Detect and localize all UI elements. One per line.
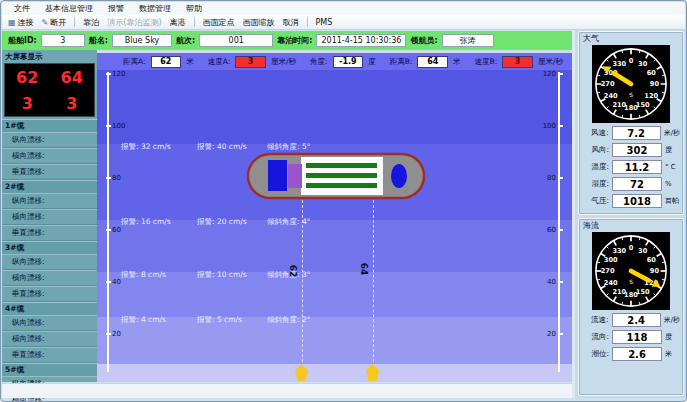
- pressure-label: 气压:: [582, 196, 609, 206]
- big-display-title: 大屏幕显示: [2, 50, 97, 62]
- display-speed-b: 3: [50, 94, 95, 113]
- current-speed-unit: 米/秒: [664, 315, 680, 325]
- distance-a-unit: 米: [186, 57, 194, 67]
- svg-text:30: 30: [638, 60, 648, 68]
- temperature-row: 温度: 11.2 ° C: [582, 160, 680, 174]
- deck-stripe: [306, 183, 377, 188]
- current-speed-value: 2.4: [612, 313, 661, 327]
- current-direction-label: 流向:: [582, 332, 609, 342]
- toolbar-fixpoint-button[interactable]: 画面定点: [203, 17, 235, 28]
- toolbar-connect-label: 连接: [18, 17, 34, 28]
- svg-text:90: 90: [650, 80, 660, 88]
- lateral-drift-label: 横向漂移:: [2, 331, 97, 347]
- svg-text:S: S: [629, 92, 633, 98]
- toolbar-disconnect-button[interactable]: ✎ 断开: [42, 17, 67, 28]
- ship-bow-ellipse: [391, 164, 407, 188]
- metrics-strip: 距离A: 62 米 速度A: 3 厘米/秒 角度: -1.9 度 距离B: 64…: [97, 53, 572, 70]
- toolbar-separator: [74, 17, 75, 27]
- longitudinal-drift-label: 纵向漂移:: [2, 254, 97, 270]
- alarm-a-text: 报警: 4 cm/s: [121, 315, 197, 325]
- wind-direction-label: 风向:: [582, 145, 609, 155]
- svg-text:150: 150: [636, 288, 650, 296]
- speed-a-value: 3: [235, 56, 266, 68]
- wind-speed-label: 风速:: [582, 128, 609, 138]
- berth-time-label: 靠泊时间:: [277, 35, 312, 46]
- temperature-value: 11.2: [612, 160, 662, 174]
- menu-alarm[interactable]: 报警: [108, 3, 124, 14]
- svg-text:0: 0: [629, 244, 634, 252]
- ship-name-field[interactable]: Blue Sky: [112, 34, 172, 47]
- distance-b-value: 64: [417, 56, 448, 68]
- toolbar-disconnect-label: 断开: [50, 17, 66, 28]
- distance-a-value: 62: [151, 56, 182, 68]
- left-ruler-tick: 100: [112, 122, 125, 130]
- right-ruler-line: [558, 72, 560, 372]
- humidity-row: 湿度: 72 %: [582, 177, 680, 191]
- pressure-unit: 百帕: [665, 196, 679, 206]
- toolbar-zoom-button[interactable]: 画面缩放: [243, 17, 275, 28]
- toolbar-berth-button[interactable]: 靠泊: [83, 17, 99, 28]
- toolbar-cancel-button[interactable]: 取消: [283, 17, 299, 28]
- speed-b-unit: 厘米/秒: [538, 57, 563, 67]
- deck-stripe: [306, 163, 377, 168]
- left-ruler-tick: 40: [112, 278, 121, 286]
- ship-name-label: 船名:: [89, 35, 108, 46]
- cable-group-title: 2#缆: [2, 180, 97, 193]
- toolbar-pms-button[interactable]: PMS: [316, 18, 333, 27]
- distance-a-label: 距离A:: [123, 57, 146, 67]
- ship-info-bar: 船舶ID: 3 船名: Blue Sky 航次: 001 靠泊时间: 2011-…: [2, 31, 572, 50]
- ocean-title: 海流: [581, 220, 681, 232]
- cable-group-title: 5#缆: [2, 363, 97, 376]
- left-ruler-tick: 20: [112, 330, 121, 338]
- svg-text:S: S: [629, 279, 633, 285]
- menu-data-mgmt[interactable]: 数据管理: [139, 3, 171, 14]
- pilot-field[interactable]: 张涛: [442, 34, 494, 47]
- svg-text:120: 120: [644, 92, 658, 100]
- tilt-angle-text: 倾斜角度: 5°: [267, 142, 310, 152]
- atmosphere-title: 大气: [581, 33, 681, 45]
- vertical-drift-label: 垂直漂移:: [2, 164, 97, 180]
- wind-direction-gauge: 0306090120150180210240270300330S: [592, 45, 670, 123]
- wind-direction-unit: 度: [665, 145, 672, 155]
- voyage-field[interactable]: 001: [199, 34, 273, 47]
- right-ruler-tick: 120: [538, 70, 556, 78]
- connect-icon: ▦: [8, 18, 16, 27]
- ship-graphic[interactable]: [246, 152, 426, 200]
- temperature-label: 温度:: [582, 162, 609, 172]
- toolbar-separator: [307, 17, 308, 27]
- menu-basic-info[interactable]: 基本信息管理: [45, 3, 93, 14]
- current-direction-gauge: 0306090120150180210240270300330S: [592, 232, 670, 310]
- svg-text:60: 60: [647, 69, 657, 77]
- alarm-b-text: 报警: 10 cm/s: [197, 270, 267, 280]
- svg-text:30: 30: [638, 247, 648, 255]
- svg-text:90: 90: [650, 267, 660, 275]
- sidebar: 大屏幕显示 62 64 3 3 1#缆 纵向漂移: 横向漂移: 垂直漂移: 2#…: [2, 50, 97, 382]
- ship-id-field[interactable]: 3: [41, 34, 85, 47]
- svg-text:0: 0: [629, 57, 634, 65]
- toolbar-demo-button[interactable]: 演示(靠泊监测): [107, 17, 161, 28]
- status-bar: [2, 383, 572, 398]
- wind-speed-row: 风速: 7.2 米/秒: [582, 126, 680, 140]
- alarm-b-text: 报警: 5 cm/s: [197, 315, 267, 325]
- cable-group-title: 4#缆: [2, 302, 97, 315]
- wind-speed-value: 7.2: [612, 126, 661, 140]
- toolbar-connect-button[interactable]: ▦ 连接: [8, 17, 34, 28]
- app-window: 文件 基本信息管理 报警 数据管理 帮助 ▦ 连接 ✎ 断开 靠泊 演示(靠泊监…: [0, 0, 687, 402]
- toolbar-depart-button[interactable]: 离港: [170, 17, 186, 28]
- toolbar-separator: [194, 17, 195, 27]
- humidity-unit: %: [665, 180, 672, 188]
- cable-group-3: 3#缆 纵向漂移: 横向漂移: 垂直漂移:: [2, 241, 97, 302]
- menu-help[interactable]: 帮助: [186, 3, 202, 14]
- angle-label: 角度:: [310, 57, 328, 67]
- svg-text:270: 270: [601, 267, 615, 275]
- left-ruler-tick: 60: [112, 226, 121, 234]
- vertical-drift-label: 垂直漂移:: [2, 347, 97, 363]
- berth-time-field[interactable]: 2011-4-15 10:30:36: [316, 34, 406, 47]
- display-value-a: 62: [5, 68, 50, 87]
- tide-level-label: 潮位:: [582, 349, 609, 359]
- humidity-value: 72: [612, 177, 662, 191]
- alarm-b-text: 报警: 40 cm/s: [197, 142, 267, 152]
- voyage-label: 航次:: [176, 35, 195, 46]
- menu-file[interactable]: 文件: [14, 3, 30, 14]
- speed-a-label: 速度A:: [208, 57, 231, 67]
